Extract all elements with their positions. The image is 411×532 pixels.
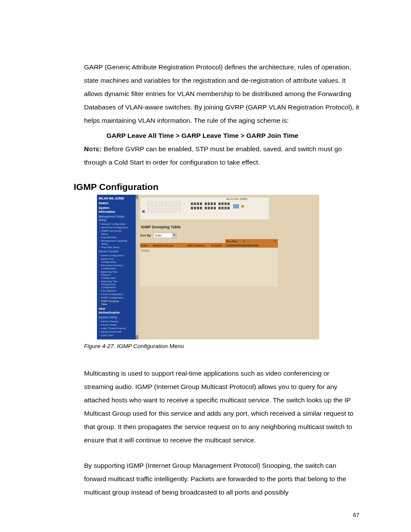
svg-text:• Switch Port: • Switch Port bbox=[100, 258, 114, 260]
igmp-screenshot-svg: MiLAN MIL-S3580 Switch System Informatio… bbox=[97, 195, 319, 339]
svg-text:• Permanent Address: • Permanent Address bbox=[100, 264, 123, 267]
svg-text:• System Restart: • System Restart bbox=[100, 320, 118, 323]
svg-text:Setup: Setup bbox=[99, 218, 106, 222]
svg-text:• Spanning Tree: • Spanning Tree bbox=[100, 271, 117, 273]
table-row-empty: Empty bbox=[141, 249, 149, 252]
svg-rect-56 bbox=[221, 207, 224, 209]
svg-rect-45 bbox=[224, 202, 227, 205]
svg-rect-44 bbox=[221, 202, 224, 205]
svg-text:• GARP Configuration: • GARP Configuration bbox=[100, 296, 124, 299]
svg-rect-41 bbox=[211, 202, 213, 205]
garp-paragraph: GARP (Generic Attribute Registration Pro… bbox=[84, 60, 359, 127]
svg-rect-91 bbox=[140, 248, 278, 286]
svg-rect-49 bbox=[197, 207, 199, 209]
nav-device-title: MiLAN MIL-S3580 bbox=[99, 197, 124, 200]
svg-text:Configuration: Configuration bbox=[101, 277, 116, 279]
nav-mgmt: Management Setup bbox=[99, 215, 125, 218]
svg-rect-35 bbox=[191, 202, 193, 205]
svg-rect-53 bbox=[211, 207, 213, 209]
svg-rect-55 bbox=[218, 207, 221, 209]
note-body: Before GVRP can be enabled, STP must be … bbox=[84, 145, 342, 166]
svg-rect-2 bbox=[136, 195, 138, 339]
svg-text:MAC Address: MAC Address bbox=[187, 244, 205, 247]
svg-text:Index: Index bbox=[141, 244, 148, 247]
svg-text:• Port Statistics: • Port Statistics bbox=[100, 289, 116, 292]
svg-rect-47 bbox=[191, 207, 193, 209]
nav-sysinfo-l1: System bbox=[99, 206, 109, 210]
svg-rect-54 bbox=[214, 207, 216, 209]
svg-text:Configuration: Configuration bbox=[101, 267, 116, 270]
svg-rect-43 bbox=[218, 202, 221, 205]
svg-rect-58 bbox=[227, 207, 230, 209]
svg-text:• Trap Filter Setup: • Trap Filter Setup bbox=[100, 246, 120, 249]
svg-text:123456781901234567890123456: 123456781901234567890123456 bbox=[226, 244, 258, 247]
svg-text:• Serial Port Configuration: • Serial Port Configuration bbox=[100, 226, 128, 229]
svg-rect-40 bbox=[208, 202, 210, 205]
svg-text:• Quick Start: • Quick Start bbox=[100, 334, 114, 336]
note-paragraph: Note: Before GVRP can be enabled, STP mu… bbox=[84, 142, 359, 169]
igmp-snooping-paragraph: By supporting IGMP (Internet Group Manag… bbox=[84, 459, 359, 499]
svg-text:Configuration: Configuration bbox=[101, 261, 116, 263]
nav-switch: Switch bbox=[99, 202, 109, 205]
svg-text:• System Download: • System Download bbox=[100, 330, 121, 333]
nav-sysinfo-l2: Information bbox=[99, 210, 115, 213]
svg-text:Port Map: Port Map bbox=[226, 240, 237, 243]
svg-text:• Switch Configuration: • Switch Configuration bbox=[100, 254, 124, 257]
svg-text:Authentication: Authentication bbox=[99, 311, 120, 314]
svg-point-60 bbox=[241, 205, 244, 208]
aging-rule: GARP Leave All Time > GARP Leave Time > … bbox=[84, 129, 359, 142]
svg-rect-39 bbox=[205, 202, 207, 205]
svg-text:• Login Timeout Interval: • Login Timeout Interval bbox=[100, 327, 126, 330]
svg-rect-46 bbox=[227, 202, 230, 205]
sort-label: Sort By bbox=[140, 234, 151, 237]
svg-rect-48 bbox=[194, 207, 196, 209]
svg-rect-51 bbox=[205, 207, 207, 209]
svg-rect-52 bbox=[208, 207, 210, 209]
svg-rect-38 bbox=[200, 202, 202, 205]
svg-rect-59 bbox=[233, 204, 239, 208]
svg-text:Configuration: Configuration bbox=[101, 286, 116, 289]
multicast-paragraph: Multicasting is used to support real-tim… bbox=[84, 367, 359, 447]
nav-item: • Network Configuration bbox=[100, 223, 126, 225]
section-heading-igmp: IGMP Configuration bbox=[74, 182, 359, 192]
svg-text:• SNMP Community: • SNMP Community bbox=[100, 230, 121, 232]
svg-text:Table: Table bbox=[101, 303, 107, 305]
svg-rect-42 bbox=[214, 202, 216, 205]
svg-rect-50 bbox=[200, 207, 202, 209]
svg-rect-57 bbox=[224, 207, 227, 209]
svg-rect-78 bbox=[142, 210, 145, 213]
nav-devctrl: Device Control bbox=[99, 250, 118, 253]
svg-text:Protocol: Protocol bbox=[101, 274, 110, 276]
svg-rect-36 bbox=[194, 202, 196, 205]
svg-rect-3 bbox=[136, 195, 138, 199]
svg-text:Multicast Group: Multicast Group bbox=[153, 244, 173, 247]
nav-userauth-l1: User bbox=[99, 307, 106, 310]
svg-text:• Trap Receiver: • Trap Receiver bbox=[100, 236, 117, 239]
figure-caption: Figure 4-27. IGMP Configuration Menu bbox=[84, 343, 359, 349]
sort-value: Index bbox=[155, 234, 162, 237]
svg-text:• Factory Reset: • Factory Reset bbox=[100, 324, 117, 326]
page-number: 67 bbox=[84, 512, 359, 518]
nav-active: • IGMP Snooping bbox=[100, 300, 118, 302]
panel-brand: MiLAN MIL-S3580 bbox=[226, 198, 248, 200]
svg-rect-4 bbox=[136, 335, 138, 339]
svg-text:Setup: Setup bbox=[101, 243, 108, 245]
svg-text:• Management Capability: • Management Capability bbox=[100, 240, 128, 242]
document-page: GARP (Generic Attribute Registration Pro… bbox=[0, 0, 411, 532]
main-title: IGMP Snooping Table bbox=[141, 225, 181, 229]
svg-text:• VLAN Configuration: • VLAN Configuration bbox=[100, 293, 123, 296]
note-label: Note: bbox=[84, 145, 102, 152]
svg-text:VLAN ID: VLAN ID bbox=[211, 244, 222, 247]
svg-text:Setup: Setup bbox=[101, 233, 108, 235]
figure-screenshot: MiLAN MIL-S3580 Switch System Informatio… bbox=[97, 195, 359, 339]
nav-sysutil: System Utility bbox=[99, 316, 117, 319]
svg-rect-37 bbox=[197, 202, 199, 205]
svg-text:Protocol Port: Protocol Port bbox=[101, 283, 116, 286]
svg-text:• Spanning Tree: • Spanning Tree bbox=[100, 280, 117, 283]
